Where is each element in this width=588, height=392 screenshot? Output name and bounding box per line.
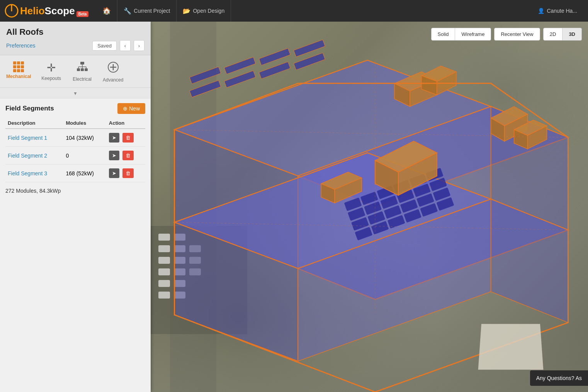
wireframe-view-button[interactable]: Wireframe (455, 28, 491, 41)
svg-rect-8 (77, 68, 80, 71)
beta-badge: Beta (76, 11, 89, 17)
field-segment-3-actions: ➤ 🗑 (107, 165, 145, 182)
hierarchy-icon (76, 61, 88, 75)
solid-view-button[interactable]: Solid (431, 28, 455, 41)
svg-rect-10 (85, 68, 88, 71)
field-segment-2-actions: ➤ 🗑 (107, 147, 145, 165)
folder-icon: 📂 (183, 7, 190, 15)
trash-icon: 🗑 (126, 135, 131, 141)
crosshair-icon: ✛ (47, 61, 56, 74)
svg-rect-2 (80, 62, 84, 64)
field-segment-1-actions: ➤ 🗑 (107, 129, 145, 147)
field-segment-1-link[interactable]: Field Segment 1 (8, 135, 47, 141)
page-title: All Roofs (6, 27, 144, 37)
saved-button[interactable]: Saved (92, 41, 117, 51)
field-segments-table: Description Modules Action Field Segment… (5, 118, 145, 182)
plus-circle-icon (107, 61, 119, 76)
tab-keepouts[interactable]: ✛ Keepouts (36, 58, 67, 86)
power-icon (5, 4, 19, 18)
tool-tabs: Mechanical ✛ Keepouts (0, 55, 151, 88)
field-segment-2-link[interactable]: Field Segment 2 (8, 153, 47, 159)
map-area[interactable]: Solid Wireframe Recenter View 2D 3D Any … (151, 22, 588, 392)
navigate-to-segment-3-button[interactable]: ➤ (109, 168, 119, 178)
navigate-to-segment-2-button[interactable]: ➤ (109, 151, 119, 160)
delete-segment-1-button[interactable]: 🗑 (122, 133, 134, 143)
home-nav-item[interactable]: 🏠 (96, 0, 117, 22)
svg-rect-9 (81, 68, 84, 71)
delete-segment-2-button[interactable]: 🗑 (122, 151, 134, 160)
adjacent-building (478, 324, 544, 370)
2d-view-button[interactable]: 2D (543, 28, 563, 41)
prev-button[interactable]: ‹ (120, 40, 131, 51)
preferences-link[interactable]: Preferences (6, 42, 89, 49)
satellite-background (151, 22, 588, 392)
table-row: Field Segment 3 168 (52kW) ➤ 🗑 (5, 165, 145, 182)
top-navigation: HelioScope Beta 🏠 🔧 Current Project 📂 Op… (0, 0, 588, 22)
tab-electrical[interactable]: Electrical (67, 58, 98, 86)
field-segment-3-link[interactable]: Field Segment 3 (8, 170, 47, 176)
trash-icon: 🗑 (126, 153, 131, 158)
new-field-segment-button[interactable]: ⊕ New (117, 103, 145, 114)
field-segment-1-modules: 104 (32kW) (63, 129, 106, 147)
user-area: 👤 Canute Ha... (532, 8, 583, 14)
header-controls: Preferences Saved ‹ › (6, 40, 144, 51)
open-design-nav-item[interactable]: 📂 Open Design (177, 0, 231, 22)
table-row: Field Segment 2 0 ➤ 🗑 (5, 147, 145, 165)
sidebar: All Roofs Preferences Saved ‹ › Mechanic… (0, 22, 151, 392)
help-button[interactable]: Any Questions? As (530, 370, 588, 386)
recenter-view-button[interactable]: Recenter View (494, 28, 540, 41)
field-segments-header: Field Segments ⊕ New (5, 103, 145, 114)
home-icon: 🏠 (102, 7, 111, 15)
field-segments-title: Field Segments (5, 105, 54, 112)
2d3d-controls: 2D 3D (543, 28, 582, 41)
view-controls: Solid Wireframe Recenter View 2D 3D (431, 28, 582, 41)
user-icon: 👤 (538, 8, 544, 14)
user-name: Canute Ha... (547, 8, 577, 14)
field-segment-2-modules: 0 (63, 147, 106, 165)
col-description: Description (5, 118, 63, 129)
wrench-icon: 🔧 (124, 7, 131, 15)
col-modules: Modules (63, 118, 106, 129)
tab-advanced[interactable]: Advanced (98, 58, 129, 86)
field-segment-3-modules: 168 (52kW) (63, 165, 106, 182)
table-header: Description Modules Action (5, 118, 145, 129)
keepouts-tab-label: Keepouts (41, 76, 61, 81)
sidebar-header: All Roofs Preferences Saved ‹ › (0, 22, 151, 55)
logo-area: HelioScope Beta (5, 4, 88, 18)
table-row: Field Segment 1 104 (32kW) ➤ 🗑 (5, 129, 145, 147)
grid-icon (13, 61, 24, 72)
advanced-tab-label: Advanced (103, 77, 123, 83)
3d-view-button[interactable]: 3D (563, 28, 582, 41)
expand-arrow[interactable]: ▼ (0, 88, 151, 98)
logo-text: HelioScope (20, 5, 75, 17)
electrical-tab-label: Electrical (73, 76, 92, 82)
table-body: Field Segment 1 104 (32kW) ➤ 🗑 Fiel (5, 129, 145, 182)
current-project-nav-item[interactable]: 🔧 Current Project (117, 0, 177, 22)
tab-mechanical[interactable]: Mechanical (2, 58, 36, 86)
next-button[interactable]: › (134, 40, 144, 51)
mechanical-tab-label: Mechanical (6, 74, 31, 79)
navigate-icon: ➤ (112, 153, 116, 158)
navigate-to-segment-1-button[interactable]: ➤ (109, 133, 119, 143)
navigate-icon: ➤ (112, 170, 116, 176)
plus-icon: ⊕ (123, 105, 127, 112)
trash-icon: 🗑 (126, 170, 131, 176)
modules-summary: 272 Modules, 84.3kWp (5, 188, 145, 194)
delete-segment-3-button[interactable]: 🗑 (122, 168, 134, 178)
current-project-label: Current Project (134, 8, 170, 14)
main-area: All Roofs Preferences Saved ‹ › Mechanic… (0, 22, 588, 392)
navigate-icon: ➤ (112, 135, 116, 141)
col-action: Action (107, 118, 145, 129)
field-segments-area: Field Segments ⊕ New Description Modules… (0, 98, 151, 392)
open-design-label: Open Design (193, 8, 224, 14)
